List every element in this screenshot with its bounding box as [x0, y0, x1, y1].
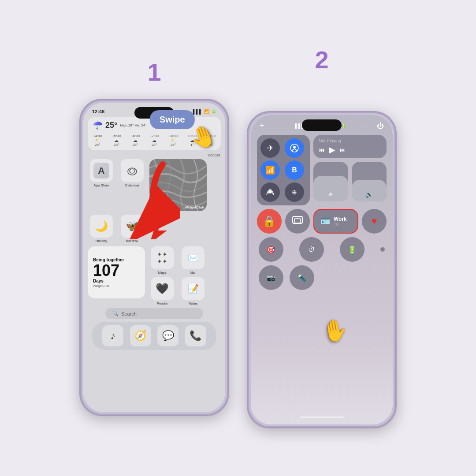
widget-label: Widget — [83, 153, 225, 157]
forecast-temp: 28° — [150, 143, 159, 147]
cc-plus-icon: + — [260, 121, 264, 130]
forecast-18: 18:00 ⛅ 26° — [169, 134, 178, 147]
volume-icon: 🔊 — [365, 191, 373, 198]
bluetooth-btn[interactable]: B — [285, 160, 304, 180]
forecast-icon: ☁ — [131, 138, 140, 143]
notes-label: Notes — [189, 301, 198, 305]
signal-icon: ▌▌▌ — [193, 109, 202, 114]
music-dock-icon[interactable]: ♪ — [102, 325, 123, 346]
foodie-label: Foodie — [157, 301, 167, 305]
forecast-time: 17:00 — [150, 134, 159, 138]
wifi-toggle-btn[interactable]: 📶 — [260, 160, 280, 180]
status-icons-1: ▌▌▌ 📶 🔋 — [193, 109, 216, 114]
search-bar[interactable]: 🔍 Search — [105, 308, 203, 319]
days-number: 107 — [93, 263, 119, 279]
focus-sub: On — [334, 222, 347, 227]
home-indicator-2 — [300, 416, 344, 418]
power-button — [228, 166, 229, 193]
cc-camera-row: 📷 🔦 — [257, 265, 387, 290]
heart-btn[interactable]: ♥ — [362, 209, 387, 234]
bereal-label: BeReal. — [126, 239, 138, 243]
cc-top-row: ✈ 📶 B — [257, 135, 387, 205]
bereal-icon: 🦋 — [121, 215, 144, 238]
brightness-icon: ☀ — [328, 191, 334, 198]
volume-down-button — [79, 174, 80, 190]
safari-dock-icon[interactable]: 🧭 — [130, 325, 151, 346]
forecast-time: 15:00 — [112, 134, 121, 138]
prev-btn[interactable]: ⏮ — [319, 146, 325, 153]
hotspot-icon — [266, 188, 275, 197]
app-store-item[interactable]: A App Store — [88, 159, 115, 187]
phone-dock-icon[interactable]: 📞 — [185, 325, 206, 346]
app-section: A App Store — [83, 159, 225, 243]
forecast-time: 14:00 — [93, 134, 102, 138]
play-btn[interactable]: ▶ — [329, 145, 335, 155]
holiday-item[interactable]: 🌙 Holiday — [88, 215, 115, 243]
step-2: 2 + ▌▌▌ povo 📶 ⊕ 89% 🔋 — [247, 48, 397, 428]
forecast-temp: 25° — [93, 143, 102, 147]
app-row-1: A App Store — [88, 159, 221, 211]
brightness-slider[interactable]: ☀ — [313, 162, 348, 201]
unknown-circle-btn[interactable]: ⏱ — [299, 237, 324, 262]
foodie-icon: 🖤 — [151, 277, 174, 300]
days-row: Being together 107 Days WidgetClub ✦✦✦✦ … — [83, 246, 225, 305]
phone-2-screen: + ▌▌▌ povo 📶 ⊕ 89% 🔋 ⏻ — [251, 115, 393, 424]
forecast-icon: ☁ — [150, 138, 159, 143]
widgetclub-label: WidgetClub — [185, 205, 204, 209]
foodie-item[interactable]: 🖤 Foodie — [149, 277, 176, 305]
focus-icon: 🪪 — [320, 216, 330, 226]
calendar-item[interactable]: Calendar — [119, 159, 146, 187]
forecast-icon: ☁ — [112, 138, 121, 143]
cc-mid-row: 🔒 🪪 Work — [257, 209, 387, 234]
phone-1-screen: 12:48 ▌▌▌ 📶 🔋 ☂️ 25° High:28° Min:24° — [83, 103, 225, 412]
cc-power-icon: ⏻ — [377, 122, 384, 130]
focus-mode-btn[interactable]: 🪪 Work On — [313, 209, 358, 234]
forecast-time: 16:00 — [131, 134, 140, 138]
days-sub: WidgetClub — [93, 284, 109, 287]
personal-hotspot-btn[interactable] — [260, 182, 280, 202]
next-btn[interactable]: ⏭ — [340, 146, 346, 153]
mail-item[interactable]: ✉️ Mail — [179, 246, 207, 275]
power-btn-2 — [396, 178, 397, 205]
notes-item[interactable]: 📝 Notes — [179, 277, 207, 305]
focus-circle-btn[interactable]: 🎯 — [259, 237, 283, 262]
messages-dock-icon[interactable]: 💬 — [157, 325, 178, 346]
screen-mirror-btn[interactable] — [285, 209, 310, 234]
svg-point-9 — [293, 146, 296, 149]
maps-icon: ✦✦✦✦ — [151, 246, 174, 269]
calendar-svg — [124, 163, 140, 178]
mail-icon: ✉️ — [182, 246, 205, 269]
forecast-16: 16:00 ☁ 28° — [131, 134, 140, 147]
volume-slider[interactable]: 🔊 — [352, 162, 387, 201]
phone-2: + ▌▌▌ povo 📶 ⊕ 89% 🔋 ⏻ — [247, 111, 397, 428]
airplane-btn[interactable]: ✈ — [260, 138, 280, 158]
connectivity-block: ✈ 📶 B — [257, 135, 310, 205]
calendar-icon — [121, 159, 144, 182]
mail-label: Mail — [190, 271, 197, 275]
forecast-17: 17:00 ☁ 28° — [150, 134, 159, 147]
battery-icon: 🔋 — [211, 109, 216, 114]
small-apps-row1: ✦✦✦✦ Maps ✉️ Mail — [149, 246, 207, 275]
holiday-label: Holiday — [96, 239, 108, 243]
phone-1: 12:48 ▌▌▌ 📶 🔋 ☂️ 25° High:28° Min:24° — [79, 99, 229, 416]
forecast-temp: 28° — [131, 143, 140, 147]
app-store-icon: A — [90, 159, 113, 182]
volume-down-btn-2 — [247, 186, 248, 202]
vpn-btn[interactable]: ⊕ — [285, 182, 304, 202]
holiday-icon: 🌙 — [90, 215, 113, 238]
app-row-2: 🌙 Holiday 🦋 BeReal. — [88, 215, 221, 243]
maps-item[interactable]: ✦✦✦✦ Maps — [149, 246, 176, 275]
volume-up-btn-2 — [247, 165, 248, 181]
rotation-lock-btn[interactable]: 🔒 — [257, 209, 282, 234]
camera-btn[interactable]: 📷 — [259, 265, 283, 290]
battery-circle-btn[interactable]: 🔋 — [340, 237, 364, 262]
bereal-item[interactable]: 🦋 BeReal. — [119, 215, 146, 243]
airdrop-btn[interactable] — [285, 138, 304, 158]
flashlight-btn[interactable]: 🔦 — [290, 265, 314, 290]
step-1: 1 Swipe 12:48 ▌▌▌ 📶 🔋 — [79, 60, 229, 416]
small-apps-col: ✦✦✦✦ Maps ✉️ Mail 🖤 — [149, 246, 207, 305]
focus-name: Work — [334, 216, 347, 222]
maps-label: Maps — [158, 271, 167, 275]
forecast-icon: ⛅ — [93, 138, 102, 143]
home-screen: 12:48 ▌▌▌ 📶 🔋 ☂️ 25° High:28° Min:24° — [83, 103, 225, 412]
